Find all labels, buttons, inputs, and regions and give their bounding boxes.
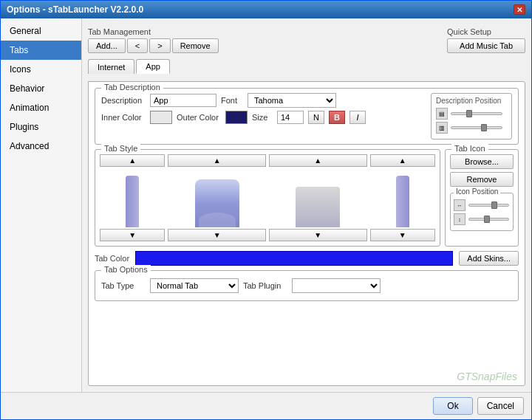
bottom-bar: Ok Cancel [1, 392, 531, 419]
tab-style-group: Tab Style ▲ ▼ [95, 149, 440, 247]
description-row: Description Font Tahoma [101, 93, 425, 108]
icon-slider-row-1: ↔ [454, 199, 510, 211]
size-label: Size [252, 113, 273, 122]
outer-color-swatch[interactable] [225, 111, 248, 124]
sidebar: General Tabs Icons Behavior Animation Pl… [1, 18, 82, 392]
description-input[interactable] [150, 94, 216, 107]
desc-position-box: Description Position ▤ ▥ [431, 93, 512, 140]
quick-setup-group: Quick Setup Add Music Tab [447, 27, 525, 53]
style-col-1: ▲ ▼ [100, 154, 165, 241]
cancel-button[interactable]: Cancel [477, 397, 524, 415]
add-button[interactable]: Add... [88, 38, 126, 53]
color-row: Inner Color Outer Color Size N B I [101, 111, 425, 124]
style-down-2[interactable]: ▼ [168, 229, 266, 241]
tab-plugin-label: Tab Plugin [243, 281, 287, 290]
tab-panel: Tab Description Description Font Tahoma [88, 81, 525, 386]
tab-plugin-select[interactable] [292, 278, 381, 293]
tab-color-row: Tab Color Add Skins... [95, 251, 519, 266]
icon-slider-row-2: ↕ [454, 213, 510, 225]
style-col-4: ▲ ▼ [370, 154, 435, 241]
title-bar: Options - sTabLauncher V2.2.0.0 ✕ [1, 1, 531, 18]
tab-management-group: Tab Management Add... < > Remove [88, 27, 219, 53]
style-up-3[interactable]: ▲ [269, 154, 367, 167]
outer-color-label: Outer Color [177, 113, 221, 122]
slider-track-2[interactable] [451, 126, 502, 129]
inner-color-label: Inner Color [101, 113, 146, 122]
slider-thumb-1[interactable] [466, 110, 472, 117]
slider-thumb-2[interactable] [481, 124, 487, 131]
desc-position-title: Description Position [436, 97, 507, 105]
shape-1 [126, 176, 139, 227]
tab-type-select[interactable]: Normal Tab [150, 278, 239, 293]
sidebar-item-plugins[interactable]: Plugins [1, 117, 81, 137]
app-tab[interactable]: App [136, 59, 170, 74]
add-music-tab-button[interactable]: Add Music Tab [447, 38, 525, 53]
browse-button[interactable]: Browse... [450, 154, 514, 169]
internet-tab[interactable]: Internet [88, 59, 134, 74]
slider-row-1: ▤ [436, 108, 507, 120]
sidebar-item-behavior[interactable]: Behavior [1, 79, 81, 98]
font-select[interactable]: Tahoma [248, 93, 336, 108]
shape-4 [396, 176, 409, 227]
sidebar-item-animation[interactable]: Animation [1, 98, 81, 117]
color-bar[interactable] [135, 251, 453, 266]
window-title: Options - sTabLauncher V2.2.0.0 [7, 4, 143, 15]
tab-description-group: Tab Description Description Font Tahoma [95, 88, 519, 145]
bold-format-button[interactable]: B [329, 111, 345, 124]
sidebar-item-advanced[interactable]: Advanced [1, 137, 81, 156]
icon-slider-track-2[interactable] [468, 218, 509, 221]
style-col-2: ▲ ▼ [168, 154, 266, 241]
tab-color-label: Tab Color [95, 254, 129, 263]
shape-2 [195, 179, 239, 227]
tab-description-title: Tab Description [101, 83, 163, 92]
sidebar-item-tabs[interactable]: Tabs [1, 41, 81, 60]
tab-options-group: Tab Options Tab Type Normal Tab Tab Plug… [95, 270, 519, 301]
tab-type-label: Tab Type [101, 281, 146, 290]
remove-button[interactable]: Remove [172, 38, 219, 53]
tab-management-buttons: Add... < > Remove [88, 38, 219, 53]
style-icon-row: Tab Style ▲ ▼ [95, 149, 519, 247]
tab-icon-title: Tab Icon [451, 144, 488, 153]
watermark: GTSnapFiles [457, 371, 517, 382]
tab-icon-group: Tab Icon Browse... Remove Icon Position … [445, 149, 519, 247]
tab-desc-left: Description Font Tahoma Inner Color [101, 93, 425, 127]
next-button[interactable]: > [149, 38, 170, 53]
preview-4 [370, 168, 435, 227]
ok-button[interactable]: Ok [433, 397, 472, 415]
slider-track-1[interactable] [451, 112, 502, 115]
main-content: General Tabs Icons Behavior Animation Pl… [1, 18, 531, 392]
description-label: Description [101, 96, 146, 105]
prev-button[interactable]: < [127, 38, 148, 53]
content-area: Tab Management Add... < > Remove Quick S… [82, 18, 531, 392]
preview-1 [100, 168, 165, 227]
style-down-3[interactable]: ▼ [269, 229, 367, 241]
icon-pos-sliders: ↔ ↕ [454, 199, 510, 225]
sidebar-item-icons[interactable]: Icons [1, 60, 81, 79]
slider-icon-1: ▤ [436, 108, 448, 120]
icon-slider-icon-2: ↕ [454, 213, 466, 225]
normal-format-button[interactable]: N [308, 111, 324, 124]
icon-position-box: Icon Position ↔ ↕ [450, 193, 514, 231]
slider-row-2: ▥ [436, 122, 507, 134]
style-up-1[interactable]: ▲ [100, 154, 165, 167]
icon-slider-thumb-2[interactable] [484, 216, 490, 223]
remove-icon-button[interactable]: Remove [450, 172, 514, 187]
quick-setup-label: Quick Setup [447, 27, 525, 36]
app-window: Options - sTabLauncher V2.2.0.0 ✕ Genera… [0, 0, 532, 420]
size-input[interactable] [277, 111, 304, 124]
inner-color-swatch[interactable] [150, 111, 172, 124]
icon-slider-track-1[interactable] [468, 204, 509, 207]
icon-slider-icon-1: ↔ [454, 199, 466, 211]
style-up-4[interactable]: ▲ [370, 154, 435, 167]
close-button[interactable]: ✕ [514, 4, 525, 15]
font-label: Font [221, 96, 243, 105]
style-down-1[interactable]: ▼ [100, 229, 165, 241]
style-up-2[interactable]: ▲ [168, 154, 266, 167]
style-down-4[interactable]: ▼ [370, 229, 435, 241]
icon-slider-thumb-1[interactable] [491, 202, 497, 209]
italic-format-button[interactable]: I [349, 111, 366, 124]
inner-tabs: Internet App [88, 59, 525, 74]
sidebar-item-general[interactable]: General [1, 21, 81, 41]
icon-position-title: Icon Position [454, 187, 500, 196]
add-skins-button[interactable]: Add Skins... [459, 251, 519, 266]
